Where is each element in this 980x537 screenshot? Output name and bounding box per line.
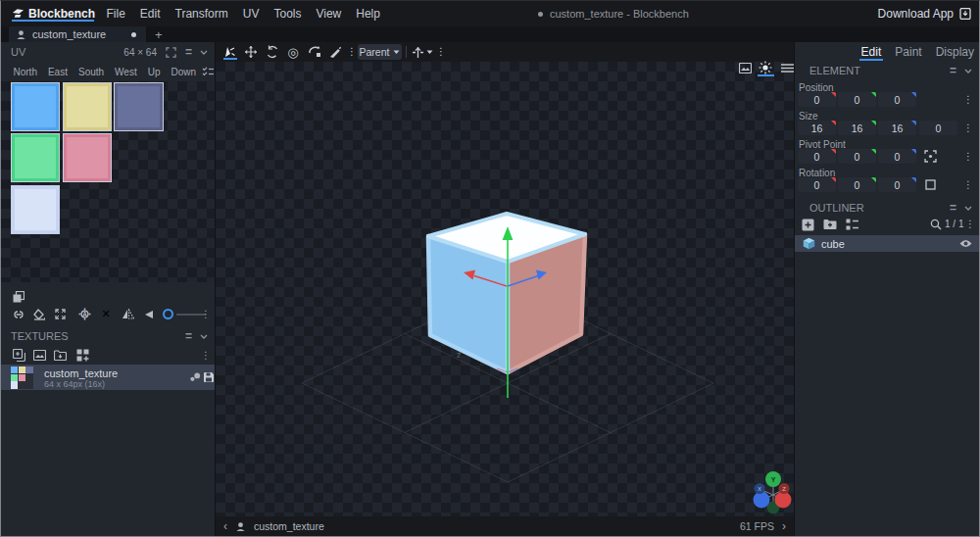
collapse-icon[interactable] [964, 69, 972, 73]
vertex-snap-tool[interactable] [306, 42, 323, 62]
textures-menu-icon[interactable]: ⋮ [200, 346, 212, 365]
row-menu-icon[interactable]: ⋮ [960, 149, 976, 165]
size-y-field[interactable]: 16 [838, 121, 876, 135]
size-inflate-field[interactable]: 0 [919, 121, 957, 135]
menu-view[interactable]: View [309, 1, 349, 26]
pivot-x-field[interactable]: 0 [798, 149, 836, 164]
expand-icon[interactable] [51, 305, 69, 323]
visibility-icon[interactable] [959, 239, 972, 248]
position-x-field[interactable]: 0 [798, 92, 836, 107]
knife-tool[interactable] [326, 42, 344, 62]
outliner-item-cube[interactable]: cube [795, 235, 979, 252]
rotation-space-dropdown[interactable]: Parent [358, 44, 402, 60]
tab-paint[interactable]: Paint [893, 42, 923, 62]
collapse-icon[interactable] [200, 334, 208, 339]
row-menu-icon[interactable]: ⋮ [960, 177, 976, 193]
rotation-y-field[interactable]: 0 [838, 177, 876, 192]
chevron-down-icon[interactable] [423, 42, 435, 62]
import-texture-icon[interactable] [30, 346, 48, 365]
prev-icon[interactable]: ‹ [216, 519, 235, 533]
uv-face-up[interactable] [63, 133, 112, 182]
texture-group-icon[interactable] [74, 346, 91, 365]
fill-bucket-icon[interactable] [30, 305, 48, 323]
anchor-icon[interactable]: A [75, 305, 93, 323]
uv-size-label[interactable]: 64 × 64 [123, 47, 157, 58]
toolbar-menu-icon2[interactable]: ⋮ [435, 42, 447, 62]
uv-face-east[interactable] [63, 82, 112, 131]
close-icon[interactable]: ✕ [97, 305, 115, 323]
add-cube-button[interactable] [800, 217, 815, 232]
row-menu-icon[interactable]: ⋮ [960, 92, 976, 108]
menu-transform[interactable]: Transform [168, 1, 235, 26]
download-app-button[interactable]: Download App [878, 1, 971, 26]
uv-face-north[interactable] [11, 82, 60, 131]
axis-ball-neg-z[interactable] [775, 492, 792, 509]
uv-tools-menu-icon[interactable]: ⋮ [200, 305, 212, 323]
add-group-button[interactable] [822, 217, 838, 232]
rotate-origin-button[interactable] [922, 177, 939, 192]
face-tab-up[interactable]: Up [142, 67, 166, 77]
panel-menu-icon[interactable]: = [185, 45, 191, 59]
app-menu-button[interactable]: Blockbench [1, 1, 99, 26]
panel-menu-icon[interactable]: = [950, 64, 956, 77]
size-z-field[interactable]: 16 [878, 121, 916, 135]
toolbar-menu-icon[interactable]: ⋮ [346, 42, 358, 62]
save-texture-icon[interactable] [203, 371, 215, 383]
element-panel-header[interactable]: ELEMENT = [795, 62, 979, 79]
pivot-y-field[interactable]: 0 [838, 149, 876, 164]
tab-edit[interactable]: Edit [859, 42, 884, 62]
menu-edit[interactable]: Edit [132, 1, 168, 26]
scene-3d[interactable]: z [216, 42, 796, 516]
play-left-icon[interactable] [140, 305, 158, 323]
face-tab-down[interactable]: Down [166, 67, 202, 77]
texture-list-item[interactable]: custom_texture 64 x 64px (16x) [1, 365, 215, 390]
shading-sun-icon[interactable] [757, 60, 774, 75]
rotation-z-field[interactable]: 0 [878, 177, 916, 192]
menu-uv[interactable]: UV [235, 1, 267, 26]
copy-icon[interactable] [10, 287, 27, 306]
face-tab-west[interactable]: West [110, 67, 143, 77]
opacity-slider-knob[interactable] [163, 309, 173, 319]
panel-menu-icon[interactable]: = [185, 329, 191, 343]
status-model-name[interactable]: custom_texture [254, 520, 324, 532]
uv-face-down[interactable] [11, 185, 60, 234]
camera-angle-icon[interactable] [736, 60, 754, 75]
texture-particle-icon[interactable] [189, 371, 201, 383]
import-folder-icon[interactable] [51, 346, 69, 365]
position-z-field[interactable]: 0 [878, 92, 916, 107]
face-properties-icon[interactable] [202, 67, 215, 77]
menu-help[interactable]: Help [349, 1, 388, 26]
outliner-view-toggle[interactable] [844, 217, 859, 232]
uv-canvas[interactable] [1, 81, 215, 282]
axis-ball-neg-x[interactable] [754, 492, 770, 509]
new-tab-button[interactable]: + [146, 26, 172, 42]
menu-file[interactable]: File [99, 1, 132, 26]
face-tab-north[interactable]: North [8, 67, 42, 77]
pivot-z-field[interactable]: 0 [878, 149, 916, 164]
rotate-tool[interactable] [264, 42, 281, 62]
uv-face-west[interactable] [11, 133, 60, 182]
collapse-icon[interactable] [964, 206, 972, 211]
viewport-menu-icon[interactable] [778, 60, 796, 75]
create-texture-icon[interactable] [10, 346, 27, 365]
next-icon[interactable]: › [774, 519, 794, 533]
uv-face-south[interactable] [114, 82, 164, 131]
resize-tool[interactable] [242, 42, 260, 62]
center-pivot-button[interactable] [922, 149, 939, 164]
viewport[interactable]: z [215, 42, 795, 536]
rotation-x-field[interactable]: 0 [798, 177, 836, 192]
size-x-field[interactable]: 16 [798, 121, 836, 135]
collapse-icon[interactable] [200, 50, 208, 55]
panel-menu-icon[interactable]: = [950, 201, 956, 215]
face-tab-south[interactable]: South [73, 67, 109, 77]
pivot-tool[interactable]: ◎ [284, 42, 302, 62]
tab-display[interactable]: Display [934, 42, 976, 62]
textures-panel-header[interactable]: TEXTURES = [1, 327, 215, 345]
tab-custom-texture[interactable]: custom_texture [9, 26, 146, 42]
mirror-icon[interactable] [119, 305, 136, 323]
outliner-menu-icon[interactable]: ⋮ [962, 217, 978, 232]
position-y-field[interactable]: 0 [838, 92, 876, 107]
link-icon[interactable] [10, 305, 27, 323]
outliner-panel-header[interactable]: OUTLINER = [795, 199, 979, 217]
orientation-gizmo[interactable]: X Z Y [754, 471, 792, 514]
